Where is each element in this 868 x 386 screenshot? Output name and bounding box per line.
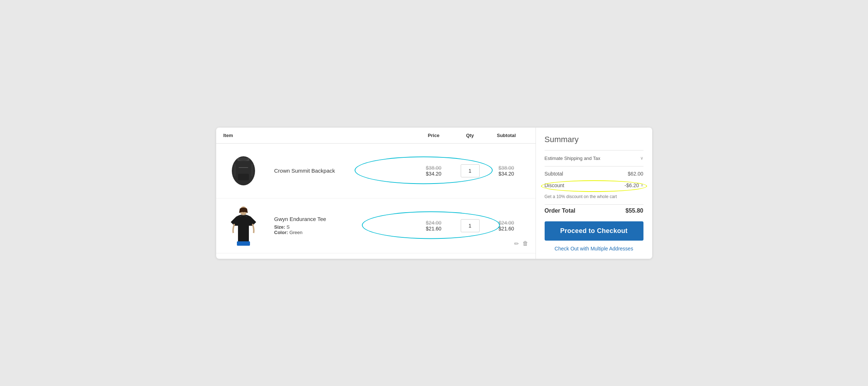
svg-point-6 xyxy=(239,157,248,161)
item-price-tee: $24.00 $21.60 xyxy=(412,220,456,232)
cart-table-header: Item Price Qty Subtotal xyxy=(216,128,536,144)
discount-value-group: -$6.20 ∧ xyxy=(625,182,643,188)
item-subtotal-backpack: $38.00 $34.20 xyxy=(485,165,528,177)
subtotal-value: $62.00 xyxy=(628,171,643,177)
svg-rect-5 xyxy=(239,167,248,168)
qty-input-backpack[interactable] xyxy=(461,164,480,177)
trash-icon[interactable]: 🗑 xyxy=(522,240,528,247)
row-actions-tee: ✏ 🗑 xyxy=(514,240,528,247)
discount-row: Discount -$6.20 ∧ xyxy=(545,182,643,188)
summary-panel: Summary Estimate Shipping and Tax ∨ Subt… xyxy=(536,128,652,259)
estimate-shipping-label: Estimate Shipping and Tax xyxy=(545,156,601,161)
header-subtotal: Subtotal xyxy=(485,133,528,138)
svg-rect-3 xyxy=(234,164,236,176)
summary-divider-top xyxy=(545,150,643,150)
order-total-label: Order Total xyxy=(545,208,576,214)
multi-address-link[interactable]: Check Out with Multiple Addresses xyxy=(545,246,643,252)
item-price-backpack: $38.00 $34.20 xyxy=(412,165,456,177)
qty-input-tee[interactable] xyxy=(461,219,480,232)
cart-layout: Item Price Qty Subtotal xyxy=(216,128,652,259)
subtotal-label: Subtotal xyxy=(545,171,563,177)
item-details-tee: Gwyn Endurance Tee Size: S Color: Green xyxy=(274,216,412,235)
discount-label: Discount xyxy=(545,182,564,188)
discount-note: Get a 10% discount on the whole cart xyxy=(545,194,643,199)
chevron-down-icon: ∨ xyxy=(640,156,643,161)
svg-rect-4 xyxy=(251,164,253,176)
discount-section: Discount -$6.20 ∧ xyxy=(545,180,643,192)
table-row: Gwyn Endurance Tee Size: S Color: Green xyxy=(216,198,536,253)
product-image-backpack xyxy=(223,151,263,191)
header-price: Price xyxy=(412,133,456,138)
subtotal-row: Subtotal $62.00 xyxy=(545,171,643,177)
chevron-up-icon: ∧ xyxy=(641,183,643,188)
backpack-svg xyxy=(227,153,260,189)
cart-card: Item Price Qty Subtotal xyxy=(216,128,652,259)
tee-svg xyxy=(229,206,258,246)
edit-icon[interactable]: ✏ xyxy=(514,240,519,247)
table-row: Crown Summit Backpack $38.00 $34.20 $38.… xyxy=(216,144,536,198)
estimate-shipping-row[interactable]: Estimate Shipping and Tax ∨ xyxy=(545,156,643,161)
item-qty-tee[interactable] xyxy=(456,219,485,232)
order-total-row: Order Total $55.80 xyxy=(545,204,643,214)
discount-value: -$6.20 xyxy=(625,182,639,188)
product-image-tee xyxy=(223,206,263,246)
summary-title: Summary xyxy=(545,135,643,144)
order-total-value: $55.80 xyxy=(626,208,643,214)
item-qty-backpack[interactable] xyxy=(456,164,485,177)
svg-rect-8 xyxy=(237,241,250,246)
summary-divider-2 xyxy=(545,166,643,166)
header-item: Item xyxy=(223,133,412,138)
item-name-backpack: Crown Summit Backpack xyxy=(274,168,412,174)
header-qty: Qty xyxy=(456,133,485,138)
item-subtotal-tee: $24.00 $21.60 xyxy=(485,220,528,232)
item-size: Size: S xyxy=(274,224,412,230)
cart-items-section: Item Price Qty Subtotal xyxy=(216,128,536,259)
item-color: Color: Green xyxy=(274,230,412,235)
proceed-to-checkout-button[interactable]: Proceed to Checkout xyxy=(545,221,643,241)
svg-rect-2 xyxy=(238,174,249,180)
